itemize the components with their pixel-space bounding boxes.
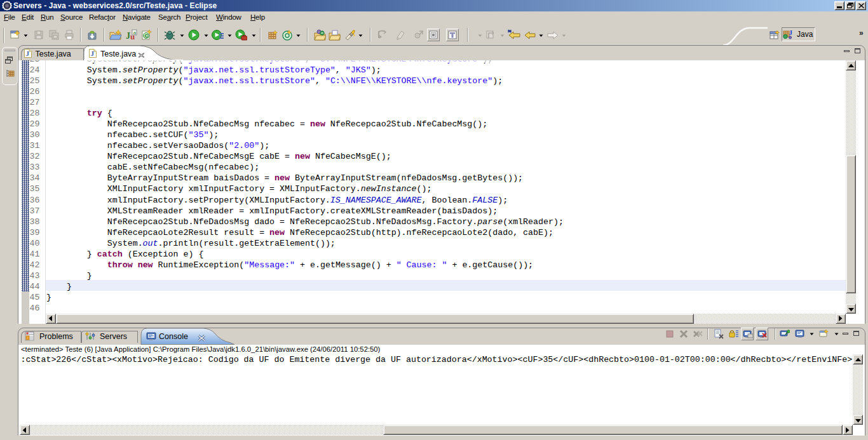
svg-text:J: J xyxy=(26,50,30,57)
svg-text:a: a xyxy=(133,30,137,36)
svg-text:J: J xyxy=(789,29,793,36)
svg-text:J: J xyxy=(91,50,95,57)
svg-text:C: C xyxy=(145,33,149,39)
svg-text:J: J xyxy=(126,31,130,41)
